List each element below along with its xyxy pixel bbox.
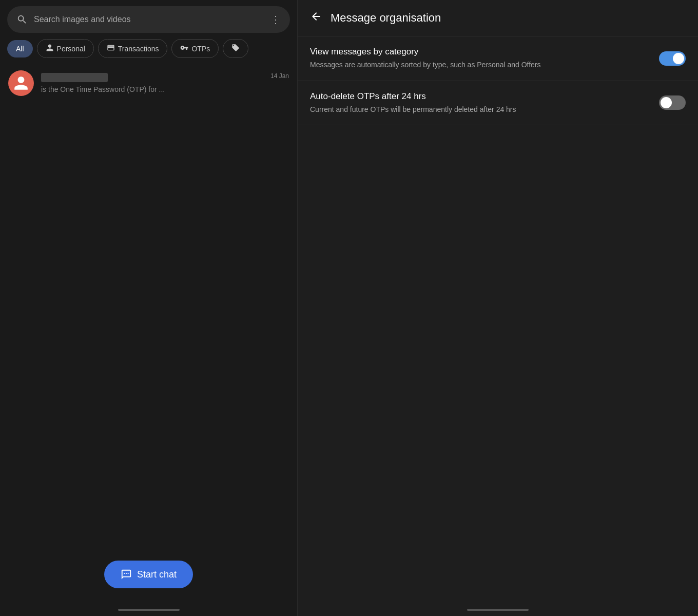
bottom-indicator-left [118,609,180,611]
more-options-icon[interactable]: ⋮ [270,13,281,26]
search-bar[interactable]: Search images and videos ⋮ [7,6,290,33]
toggle-track-2 [659,95,686,110]
tag-icon [231,44,240,53]
back-button[interactable] [310,10,322,26]
filter-personal-label: Personal [57,45,85,53]
message-content: is the One Time Password (OTP) for ... [41,73,263,93]
setting-text-1: View messages by category Messages are a… [310,47,659,70]
start-chat-area: Start chat [0,550,297,609]
list-item[interactable]: is the One Time Password (OTP) for ... 1… [0,64,297,102]
right-panel: Message organisation View messages by ca… [298,0,698,616]
setting-auto-delete-otps: Auto-delete OTPs after 24 hrs Current an… [298,81,698,126]
setting-title-2: Auto-delete OTPs after 24 hrs [310,91,651,102]
start-chat-label: Start chat [137,569,177,580]
filter-all-label: All [16,45,24,53]
filter-otps-label: OTPs [191,45,210,53]
filter-tab-all[interactable]: All [7,40,33,57]
bottom-indicator-right [467,609,529,611]
toggle-thumb-1 [673,53,684,64]
toggle-track-1 [659,51,686,66]
right-bottom-bar [298,609,698,616]
setting-description-2: Current and future OTPs will be permanen… [310,105,651,115]
toggle-auto-delete-otps[interactable] [659,95,686,110]
setting-text-2: Auto-delete OTPs after 24 hrs Current an… [310,91,659,115]
setting-description-1: Messages are automatically sorted by typ… [310,60,651,70]
personal-icon [46,44,54,53]
message-preview: is the One Time Password (OTP) for ... [41,85,263,93]
message-list: is the One Time Password (OTP) for ... 1… [0,64,297,550]
toggle-thumb-2 [661,97,672,108]
filter-tab-more[interactable] [223,39,248,58]
start-chat-button[interactable]: Start chat [104,561,193,588]
search-icon [16,14,28,25]
avatar [8,70,34,96]
filter-transactions-label: Transactions [118,45,159,53]
filter-tab-otps[interactable]: OTPs [171,39,219,58]
otps-icon [180,44,188,53]
settings-content: View messages by category Messages are a… [298,36,698,609]
filter-tabs: All Personal Transactions OTPs [0,39,297,64]
message-sender [41,73,108,82]
bottom-bar-left [0,609,297,616]
setting-view-by-category: View messages by category Messages are a… [298,36,698,81]
setting-title-1: View messages by category [310,47,651,57]
transactions-icon [107,44,115,53]
search-placeholder: Search images and videos [34,15,264,24]
toggle-view-by-category[interactable] [659,51,686,66]
right-header: Message organisation [298,0,698,36]
filter-tab-personal[interactable]: Personal [37,39,94,58]
filter-tab-transactions[interactable]: Transactions [98,39,168,58]
page-title: Message organisation [331,11,441,25]
left-panel: Search images and videos ⋮ All Personal … [0,0,298,616]
message-time: 14 Jan [270,72,289,80]
start-chat-icon [121,569,132,580]
